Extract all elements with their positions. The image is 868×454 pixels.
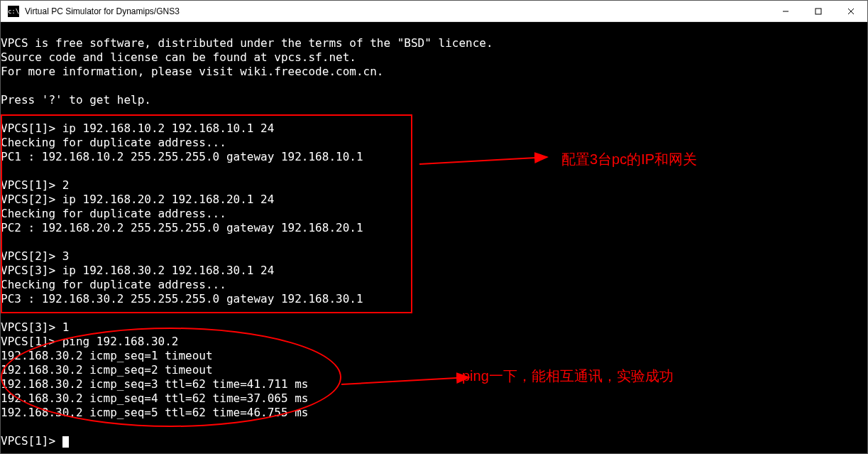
- terminal-line: 192.168.30.2 icmp_seq=3 ttl=62 time=41.7…: [1, 377, 867, 391]
- terminal-line: Source code and license can be found at …: [1, 50, 867, 65]
- close-button[interactable]: [835, 1, 867, 21]
- terminal-line: Press '?' to get help.: [1, 93, 867, 107]
- terminal-line: [1, 22, 867, 36]
- titlebar[interactable]: c:\ Virtual PC Simulator for Dynamips/GN…: [1, 1, 867, 22]
- terminal-line: VPCS[1]> ping 192.168.30.2: [1, 335, 867, 349]
- terminal-line: [1, 420, 867, 434]
- terminal-line: PC1 : 192.168.10.2 255.255.255.0 gateway…: [1, 150, 867, 164]
- terminal-line: [1, 235, 867, 249]
- terminal-line: Checking for duplicate address...: [1, 207, 867, 221]
- window-controls: [769, 1, 867, 21]
- maximize-button[interactable]: [802, 1, 835, 21]
- terminal-line: [1, 79, 867, 93]
- terminal-line: VPCS[1]> ip 192.168.10.2 192.168.10.1 24: [1, 121, 867, 136]
- terminal-line: VPCS[3]> 1: [1, 320, 867, 335]
- terminal-line: PC3 : 192.168.30.2 255.255.255.0 gateway…: [1, 292, 867, 306]
- terminal-line: VPCS[1]> 2: [1, 178, 867, 193]
- terminal-line: 192.168.30.2 icmp_seq=4 ttl=62 time=37.0…: [1, 391, 867, 406]
- terminal-line: PC2 : 192.168.20.2 255.255.255.0 gateway…: [1, 221, 867, 235]
- terminal-line: VPCS[2]> ip 192.168.20.2 192.168.20.1 24: [1, 193, 867, 207]
- app-window: c:\ Virtual PC Simulator for Dynamips/GN…: [0, 0, 868, 454]
- terminal-line: VPCS[3]> ip 192.168.30.2 192.168.30.1 24: [1, 264, 867, 278]
- terminal-line: 192.168.30.2 icmp_seq=5 ttl=62 time=46.7…: [1, 406, 867, 420]
- terminal-line: Checking for duplicate address...: [1, 136, 867, 150]
- terminal-line: 192.168.30.2 icmp_seq=1 timeout: [1, 349, 867, 363]
- terminal[interactable]: VPCS is free software, distributed under…: [1, 22, 867, 453]
- terminal-line: VPCS[2]> 3: [1, 249, 867, 264]
- terminal-line: Checking for duplicate address...: [1, 278, 867, 292]
- terminal-line: VPCS is free software, distributed under…: [1, 36, 867, 50]
- app-icon: c:\: [8, 6, 19, 17]
- svg-rect-1: [815, 9, 821, 14]
- terminal-line: 192.168.30.2 icmp_seq=2 timeout: [1, 363, 867, 377]
- terminal-line: For more information, please visit wiki.…: [1, 65, 867, 79]
- terminal-line: [1, 107, 867, 121]
- terminal-line: [1, 164, 867, 178]
- terminal-line: VPCS[1]>: [1, 434, 867, 448]
- terminal-line: [1, 306, 867, 320]
- terminal-cursor: [62, 436, 69, 448]
- minimize-button[interactable]: [769, 1, 802, 21]
- window-title: Virtual PC Simulator for Dynamips/GNS3: [25, 6, 769, 16]
